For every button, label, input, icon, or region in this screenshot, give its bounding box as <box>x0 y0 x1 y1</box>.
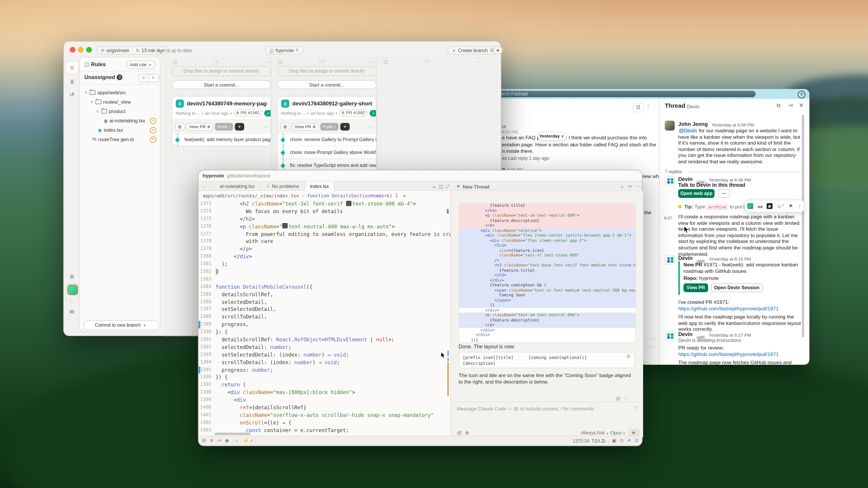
start-commit-button[interactable]: Start a commit... <box>277 80 377 89</box>
code-line[interactable]: 1400 ref={detailsScrollRef} <box>198 404 451 412</box>
lane-menu-icon[interactable]: ⋯ <box>476 59 481 64</box>
code-line[interactable]: 1383 <box>198 276 451 283</box>
scroll-up-icon[interactable]: ↑ <box>624 396 627 401</box>
push-button[interactable]: Push ↑ <box>215 123 233 130</box>
copy-icon[interactable]: ⧉ <box>627 354 630 359</box>
scrollbar-selection-mark[interactable] <box>447 362 448 396</box>
code-line[interactable]: 1379 </p> <box>198 246 451 253</box>
tree-item-apps-web-src[interactable]: ∨apps/web/src <box>80 88 160 97</box>
drag-handle-icon[interactable]: ∷∷ <box>425 59 429 64</box>
code-line[interactable]: 1373 <h2 className="text-3xl font-serif … <box>198 200 451 208</box>
card-menu-icon[interactable]: ⋯ <box>263 124 268 129</box>
code-line[interactable]: 1392 selectedDetail: number; <box>198 344 451 351</box>
diff-preview-card[interactable]: {feature.title} </h3> <p className="text… <box>459 203 636 343</box>
mention[interactable]: @Devin <box>678 128 697 133</box>
message-input[interactable]: Message Claude Code — @ to include conte… <box>457 406 594 412</box>
code-line[interactable]: 1398 <div className="max-[800px]:block h… <box>198 389 451 397</box>
collapse-lane-icon[interactable]: ◫ <box>278 59 283 64</box>
code-line[interactable]: 1386 selectedDetail, <box>198 298 451 306</box>
list-view-icon[interactable]: ≡ <box>139 74 149 82</box>
code-line[interactable]: 1389 progress, <box>198 321 451 329</box>
settings-gear-icon[interactable]: ⊚ <box>66 270 79 283</box>
code-line[interactable]: 1391 detailsScrollRef: React.RefObject<H… <box>198 336 451 344</box>
avatar[interactable] <box>665 121 675 131</box>
drop-zone[interactable]: Drop files to assign or commit directly <box>277 66 377 76</box>
pr-attachment-title[interactable]: New PR #1971 - feat(web): add responsive… <box>683 262 801 274</box>
add-reaction-icon[interactable]: ☺⁺ <box>777 203 784 209</box>
ai-assistant-icon[interactable]: ✳ <box>627 438 631 443</box>
ai-actions-button[interactable]: ✦ <box>493 46 502 55</box>
expand-icon[interactable]: ⤢ <box>446 184 450 189</box>
project-switcher[interactable]: ◫ hyprnote ⇅ <box>265 46 303 55</box>
date-divider-pill[interactable]: Yesterday ∨ <box>538 132 566 140</box>
commit-row[interactable]: chore: rename Gallery to Prompt Gallery … <box>278 133 376 146</box>
mention-icon[interactable]: @ <box>457 430 462 435</box>
pr-link[interactable]: https://github.com/fastrepl/hyprnote/pul… <box>678 305 779 312</box>
notifications-bell-icon[interactable]: Ω <box>635 438 639 443</box>
code-line[interactable]: 1396}) { <box>198 374 451 382</box>
close-icon[interactable]: ✕ <box>799 102 804 108</box>
review-icon-button[interactable]: ⊞ <box>281 123 290 130</box>
outline-panel-icon[interactable]: ≔ <box>217 438 222 443</box>
branch-name[interactable]: devin/1764380749-memory-page <box>187 101 267 106</box>
code-line[interactable]: 1401 className="overflow-x-auto scrollba… <box>198 412 451 419</box>
avatar-devin[interactable] <box>665 176 675 186</box>
tab-diagnostics[interactable]: ✓No problems <box>260 182 305 191</box>
markdown-file-icon[interactable]: ▤ <box>616 396 620 401</box>
close-traffic-light[interactable] <box>70 47 75 53</box>
thread-settings-icon[interactable]: ≔ <box>788 102 794 108</box>
tree-view-icon[interactable]: ⊢ <box>149 74 159 82</box>
bookmark-icon[interactable]: ⚑ <box>789 203 793 209</box>
tree-item-product[interactable]: ∨product <box>80 106 160 116</box>
permission-mode-select[interactable]: Always Ask ∨ <box>581 430 609 435</box>
code-line[interactable]: 1390}: { <box>198 328 451 336</box>
tree-item-routetree-gen-ts[interactable]: TSrouteTree.gen.ts✎ <box>80 135 160 144</box>
history-list-icon[interactable]: ≔ <box>628 184 632 189</box>
code-line[interactable]: 1395 progress: number; <box>198 366 451 374</box>
start-commit-button[interactable]: Start a commit... <box>172 80 271 89</box>
code-line[interactable]: 1387 setSelectedDetail, <box>198 306 451 314</box>
tree-item-index-tsx[interactable]: ◉index.tsx✎ <box>80 125 160 135</box>
workspace-rail-icon[interactable]: π <box>66 61 79 74</box>
collab-panel-icon[interactable]: ◉ <box>225 438 229 443</box>
account-switcher[interactable]: ⌃⌄ <box>66 283 79 303</box>
pr-link[interactable]: https://github.com/fastrepl/hyprnote/pul… <box>678 351 779 357</box>
ai-button[interactable]: ✦ <box>340 123 350 130</box>
lane-menu-icon[interactable]: ⋯ <box>371 59 375 64</box>
drop-zone[interactable]: Drop files to assign or commit directly <box>172 66 271 76</box>
more-actions-button[interactable]: ⋯ <box>718 189 730 198</box>
expand-input-icon[interactable]: ⤢ <box>634 405 638 410</box>
code-line[interactable]: 1385 detailsScrollRef, <box>198 291 451 298</box>
branch-name[interactable]: devin/1764380912-gallery-shortcuts <box>292 101 372 106</box>
open-web-app-button[interactable]: Open web app <box>678 189 715 198</box>
view-pr-button[interactable]: View PR ⋔ <box>292 123 319 130</box>
tab-ai-notetaking[interactable]: ai-notetaking.tsx <box>214 182 260 191</box>
message-author[interactable]: Devin <box>678 255 692 261</box>
code-line[interactable]: 1394 scrollToDetail: (index: number) ⇒ v… <box>198 359 451 366</box>
project-panel-icon[interactable]: ⊟ <box>202 438 206 443</box>
thread-channel[interactable]: Devin <box>687 103 700 109</box>
view-pr-button[interactable]: View PR <box>683 283 708 292</box>
code-line[interactable]: 1384function DetailsMobileCarousel({ <box>198 283 451 291</box>
chevron-down-icon[interactable]: ∨ <box>84 90 87 95</box>
avatar[interactable] <box>67 285 78 295</box>
pr-badge[interactable]: ⋔ PR #1981 <box>234 109 262 117</box>
tree-item-routes-view[interactable]: ∨routes/_view <box>80 97 160 106</box>
git-panel-icon[interactable]: ⋔ <box>210 438 214 443</box>
commit-row[interactable]: feat(web): add memory layer product page <box>172 133 271 146</box>
zed-predict-icon[interactable]: Z› <box>601 438 606 444</box>
code-line[interactable]: 1402 onScroll={(e) ⇒ { <box>198 419 451 427</box>
avatar-devin[interactable] <box>665 255 675 265</box>
horizontal-scrollbar[interactable] <box>214 433 251 435</box>
mail-icon[interactable]: ✉ <box>66 305 79 318</box>
branches-rail-icon[interactable]: ⋔ <box>66 75 79 88</box>
language-mode[interactable]: TSX <box>592 438 600 444</box>
add-rule-button[interactable]: Add rule＋ <box>126 60 156 69</box>
ai-button[interactable]: ✦ <box>235 123 244 130</box>
cursor-position[interactable]: 1370:34 <box>573 438 589 444</box>
chevron-down-icon[interactable]: ∨ <box>90 100 93 104</box>
chevron-down-icon[interactable]: ∨ <box>96 109 99 113</box>
collapse-lane-icon[interactable]: ◫ <box>173 59 177 64</box>
model-select[interactable]: Opus ∨ <box>610 430 625 435</box>
collapse-lane-icon[interactable]: ◫ <box>384 59 388 64</box>
